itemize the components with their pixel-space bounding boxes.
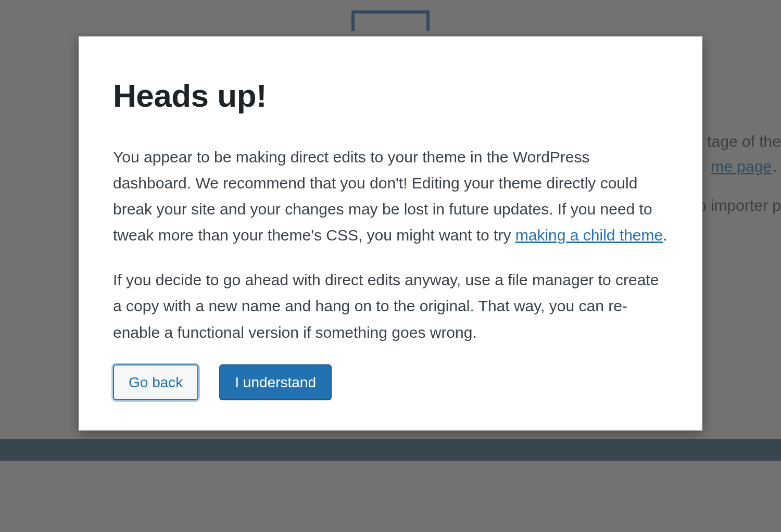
- modal-paragraph-2: If you decide to go ahead with direct ed…: [113, 267, 668, 345]
- child-theme-link[interactable]: making a child theme: [515, 226, 663, 244]
- modal-title: Heads up!: [113, 77, 668, 114]
- modal-paragraph-1-text-post: .: [663, 226, 667, 244]
- modal-paragraph-1: You appear to be making direct edits to …: [113, 144, 668, 248]
- modal-overlay: Heads up! You appear to be making direct…: [0, 0, 781, 532]
- go-back-button[interactable]: Go back: [113, 364, 198, 401]
- warning-modal: Heads up! You appear to be making direct…: [79, 36, 702, 430]
- modal-button-row: Go back I understand: [113, 364, 668, 401]
- i-understand-button[interactable]: I understand: [219, 364, 332, 401]
